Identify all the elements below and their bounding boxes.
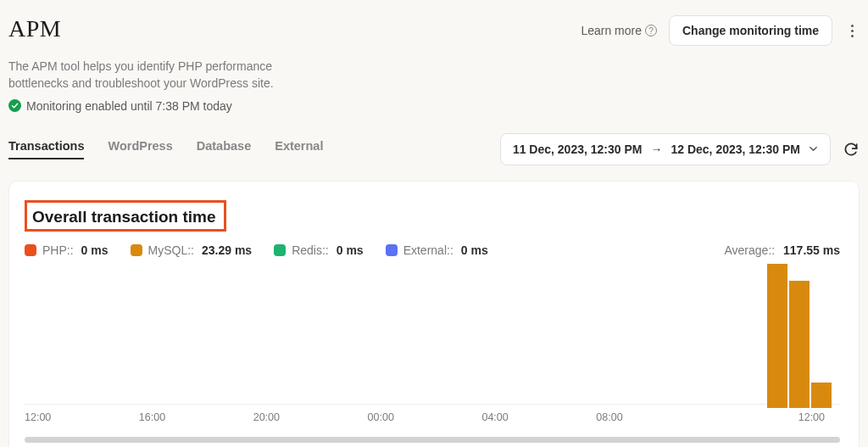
legend-label: MySQL:: [148,243,194,257]
tab-database[interactable]: Database [197,139,251,159]
x-tick: 12:00 [25,411,139,423]
status-text: Monitoring enabled until 7:38 PM today [26,99,232,113]
x-tick: 12:00 [710,411,840,423]
learn-more-link[interactable]: Learn more ? [581,24,657,37]
chevron-down-icon [809,144,818,154]
average-value: 117.55 ms [783,243,840,257]
tab-external[interactable]: External [275,139,323,159]
legend-label: PHP:: [42,243,74,257]
refresh-icon[interactable] [843,141,860,158]
help-icon: ? [645,25,657,36]
chart-bars [767,264,832,408]
legend-swatch [131,244,142,256]
tabs: TransactionsWordPressDatabaseExternal [8,139,323,159]
legend-value: 0 ms [461,243,488,257]
chart-baseline [25,404,840,405]
card-title-highlight: Overall transaction time [25,200,226,232]
legend-item: External::0 ms [386,243,488,257]
horizontal-scrollbar[interactable] [25,437,840,443]
more-menu-icon[interactable] [844,21,860,41]
chart-bar [767,264,787,408]
legend-label: External:: [403,243,453,257]
legend-value: 23.29 ms [202,243,252,257]
chart-bar [811,383,832,408]
x-tick: 08:00 [596,411,710,423]
x-tick: 16:00 [139,411,253,423]
x-tick: 00:00 [368,411,482,423]
date-to: 12 Dec, 2023, 12:30 PM [670,142,800,156]
legend-item: PHP::0 ms [25,243,108,257]
x-tick: 20:00 [253,411,368,423]
tab-wordpress[interactable]: WordPress [108,139,172,159]
chart-bar [789,281,810,408]
chart-legend: PHP::0 msMySQL::23.29 msRedis::0 msExter… [25,243,488,257]
page-title: APM [8,15,61,42]
overall-transaction-card: Overall transaction time PHP::0 msMySQL:… [8,181,860,447]
average-label: Average:: [724,243,775,257]
check-circle-icon [8,99,21,112]
average-display: Average:: 117.55 ms [724,243,840,257]
date-range-selector[interactable]: 11 Dec, 2023, 12:30 PM → 12 Dec, 2023, 1… [500,133,831,165]
legend-item: MySQL::23.29 ms [131,243,253,257]
legend-value: 0 ms [81,243,108,257]
chart-area: 12:0016:0020:0000:0004:0008:0012:00 [25,265,840,427]
x-axis-labels: 12:0016:0020:0000:0004:0008:0012:00 [25,411,840,423]
tab-transactions[interactable]: Transactions [8,139,84,159]
arrow-right-icon: → [650,142,662,156]
legend-swatch [274,244,286,256]
legend-swatch [386,244,398,256]
legend-label: Redis:: [292,243,329,257]
card-title: Overall transaction time [32,208,215,226]
learn-more-label: Learn more [581,24,642,37]
legend-value: 0 ms [337,243,364,257]
page-subtitle: The APM tool helps you identify PHP perf… [8,58,331,92]
x-tick: 04:00 [481,411,596,423]
header-actions: Learn more ? Change monitoring time [581,15,860,46]
legend-swatch [25,244,36,256]
date-from: 11 Dec, 2023, 12:30 PM [513,142,643,156]
change-monitoring-time-button[interactable]: Change monitoring time [669,15,832,46]
monitoring-status: Monitoring enabled until 7:38 PM today [8,99,860,113]
legend-item: Redis::0 ms [274,243,364,257]
